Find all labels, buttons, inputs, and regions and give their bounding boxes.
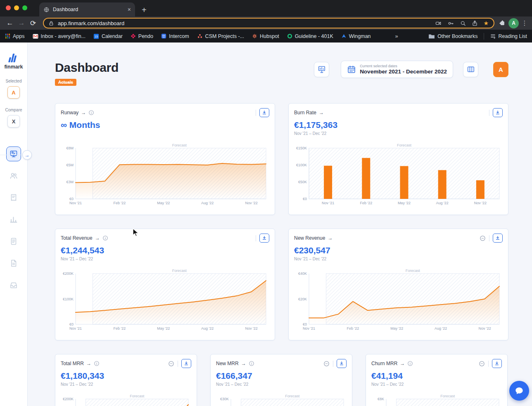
card-subtitle: Nov '21 – Dec '22 (294, 131, 503, 136)
card-new-revenue: New Revenue → €230,547 Nov '21 – Dec '22 (288, 229, 508, 340)
new-tab-button[interactable]: + (142, 6, 147, 14)
info-icon[interactable] (249, 361, 254, 366)
other-bookmarks-folder[interactable]: Other Bookmarks (428, 33, 477, 39)
sidebar-expand-button[interactable]: → (22, 150, 32, 160)
bookmark-intercom[interactable]: Intercom (161, 33, 189, 39)
address-bar[interactable]: app.finmark.com/dashboard ★ (43, 18, 494, 28)
card-link-arrow-icon[interactable]: → (86, 361, 91, 366)
minimize-window-button[interactable] (14, 5, 19, 10)
bookmark-calendar[interactable]: 15 Calendar (93, 33, 123, 39)
sidebar-item-inbox[interactable] (6, 278, 21, 293)
card-link-arrow-icon[interactable]: → (95, 235, 100, 241)
user-avatar[interactable]: A (493, 62, 508, 77)
runway-chart: Forecast€0€3M€5M€8MNov '21Feb '22May '22… (61, 142, 269, 207)
download-button[interactable] (181, 359, 191, 368)
card-total-mrr: Total MRR → €1,180,343 Nov '21 – D (55, 354, 197, 406)
back-button[interactable]: ← (4, 19, 16, 27)
main-content: Dashboard Actuals Current selected dates… (28, 42, 532, 406)
svg-text:Forecast: Forecast (130, 394, 145, 398)
card-value: €1,175,363 (294, 120, 503, 130)
download-icon (262, 110, 267, 115)
reading-list-button[interactable]: Reading List (490, 33, 527, 39)
divider (488, 361, 489, 367)
svg-text:Nov '22: Nov '22 (245, 201, 257, 205)
reload-button[interactable]: ⟳ (27, 19, 39, 28)
sidebar-item-files[interactable] (6, 256, 21, 271)
svg-text:Forecast: Forecast (285, 394, 300, 398)
browser-menu-icon[interactable]: ⋮ (521, 19, 528, 27)
bookmarks-overflow-chevron[interactable]: » (395, 33, 398, 39)
bookmark-guideline[interactable]: Guideline - 401K (287, 33, 333, 39)
card-link-arrow-icon[interactable]: → (400, 361, 405, 366)
share-icon[interactable] (472, 20, 478, 26)
sidebar-item-reports[interactable] (6, 212, 21, 227)
svg-text:€20K: €20K (298, 297, 307, 301)
info-icon[interactable] (88, 110, 94, 116)
card-title: Runway (61, 110, 78, 116)
download-button[interactable] (493, 234, 503, 243)
collapse-minus-icon[interactable] (168, 361, 174, 367)
date-range-selector[interactable]: Current selected dates November 2021 - D… (341, 61, 453, 78)
browser-window: Dashboard × + ← → ⟳ app.finmark.com/dash… (0, 0, 532, 406)
key-icon[interactable] (447, 20, 454, 26)
close-window-button[interactable] (6, 5, 11, 10)
download-button[interactable] (492, 359, 502, 368)
sidebar-item-billing[interactable] (6, 190, 21, 205)
presentation-button[interactable] (314, 62, 329, 77)
maximize-window-button[interactable] (22, 5, 27, 10)
svg-text:Nov '21: Nov '21 (303, 326, 315, 330)
compare-company-avatar[interactable]: X (7, 115, 20, 127)
card-link-arrow-icon[interactable]: → (328, 235, 332, 241)
dashboard-cards: Runway → ∞ Months Forecast€0€3M€5M€8MN (55, 103, 508, 406)
sidebar-item-customers[interactable] (6, 168, 21, 183)
bookmark-wingman[interactable]: Wingman (341, 33, 371, 39)
sidebar-item-documents[interactable] (6, 234, 21, 249)
browser-tab[interactable]: Dashboard × (39, 2, 135, 17)
bookmark-hubspot[interactable]: Hubspot (252, 33, 279, 39)
card-link-arrow-icon[interactable]: → (81, 110, 86, 116)
card-total-revenue: Total Revenue → €1,244,543 Nov '21 – Dec… (55, 229, 275, 340)
svg-text:Nov '21: Nov '21 (322, 201, 334, 205)
svg-text:€3M: €3M (66, 180, 74, 184)
browser-profile-avatar[interactable]: A (508, 18, 519, 28)
download-button[interactable] (337, 359, 347, 368)
hubspot-icon (252, 33, 257, 39)
sidebar-item-dashboard[interactable] (6, 146, 21, 161)
download-button[interactable] (259, 234, 269, 243)
bookmark-pendo[interactable]: Pendo (131, 33, 153, 39)
bookmark-inbox[interactable]: Inbox - avery@fin... (33, 33, 86, 39)
app-sidebar: finmark Selected A Compare X → (0, 42, 28, 406)
forward-button[interactable]: → (16, 19, 27, 27)
bookmark-star-icon[interactable]: ★ (483, 20, 489, 26)
calendar-icon (347, 65, 356, 74)
chat-launcher-button[interactable] (509, 381, 529, 401)
card-link-arrow-icon[interactable]: → (319, 110, 324, 116)
bookmark-csm-projects[interactable]: CSM Projects -... (197, 33, 244, 39)
info-icon[interactable] (407, 361, 413, 366)
info-icon[interactable] (94, 361, 100, 366)
card-value: ∞ Months (61, 120, 269, 130)
download-button[interactable] (259, 108, 269, 117)
table-view-button[interactable] (463, 62, 478, 77)
pendo-icon (131, 33, 136, 39)
extensions-puzzle-icon[interactable] (499, 19, 506, 27)
collapse-minus-icon[interactable] (323, 361, 330, 367)
info-icon[interactable] (102, 235, 108, 241)
camera-icon[interactable] (435, 20, 442, 26)
download-icon (184, 361, 189, 366)
download-button[interactable] (493, 108, 503, 117)
tab-close-icon[interactable]: × (128, 6, 131, 13)
brand[interactable]: finmark (0, 52, 27, 70)
svg-text:€5M: €5M (66, 163, 74, 167)
actuals-badge[interactable]: Actuals (55, 79, 76, 86)
card-link-arrow-icon[interactable]: → (241, 361, 246, 366)
bookmark-apps[interactable]: Apps (5, 33, 25, 39)
svg-text:€30K: €30K (220, 397, 229, 401)
collapse-minus-icon[interactable] (479, 361, 485, 367)
selected-company-avatar[interactable]: A (7, 86, 20, 99)
window-controls[interactable] (6, 5, 27, 10)
gmail-icon (33, 34, 38, 39)
download-icon (262, 236, 267, 241)
collapse-minus-icon[interactable] (480, 235, 486, 241)
search-zoom-icon[interactable] (460, 20, 466, 26)
